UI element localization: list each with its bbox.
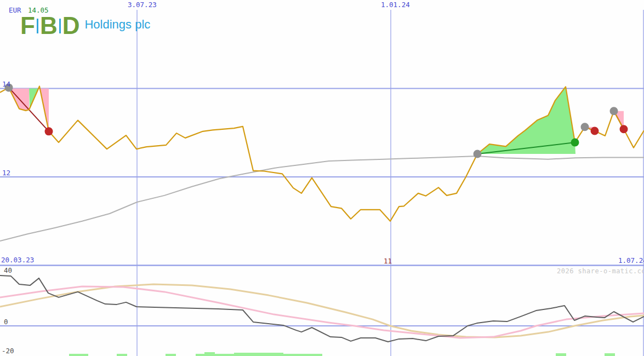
logo-letter-f: F xyxy=(20,16,35,35)
watermark: 2026 share-o-matic.com xyxy=(557,268,644,274)
logo-divider-icon xyxy=(59,19,61,33)
y-tick-12: 12 xyxy=(2,170,10,177)
osc-tick-0: 0 xyxy=(4,319,8,326)
logo-letter-d: D xyxy=(62,16,80,35)
logo-letter-b: B xyxy=(40,16,58,35)
osc-tick-neg20: -20 xyxy=(2,348,14,355)
x-range-start-label: 20.03.23 xyxy=(1,257,34,264)
osc-tick-40: 40 xyxy=(4,267,12,274)
chart-svg xyxy=(0,0,644,356)
min-price-label: 11 xyxy=(384,258,392,265)
chart-canvas: EUR 14.05 3.07.23 1.01.24 20.03.23 1.07.… xyxy=(0,0,644,356)
company-logo: FBD Holdings plc xyxy=(20,16,150,35)
logo-divider-icon xyxy=(37,19,38,33)
x-tick-jan24: 1.01.24 xyxy=(381,2,410,9)
x-range-end-label: 1.07.24 xyxy=(618,257,644,265)
logo-company-name: Holdings plc xyxy=(84,19,150,31)
currency-label: EUR xyxy=(9,7,21,14)
logo-mark: FBD xyxy=(20,16,79,35)
y-tick-14: 14 xyxy=(2,81,10,88)
x-tick-jul23: 3.07.23 xyxy=(128,2,157,9)
